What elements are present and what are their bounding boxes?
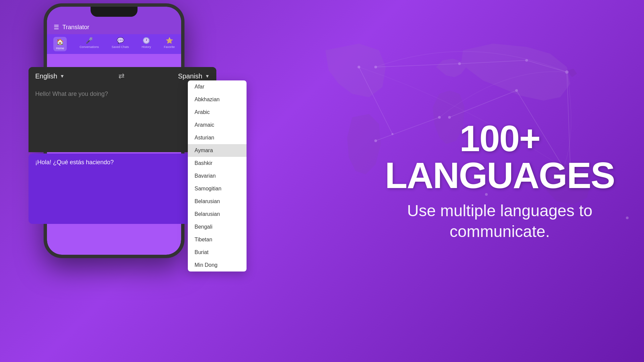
dropdown-item[interactable]: Belarusian bbox=[188, 195, 247, 208]
nav-conversations-label: Conversations bbox=[79, 45, 99, 49]
source-lang-dropdown-arrow: ▼ bbox=[60, 73, 65, 79]
svg-point-12 bbox=[448, 116, 451, 119]
svg-point-21 bbox=[626, 217, 629, 219]
svg-point-17 bbox=[374, 139, 377, 142]
history-icon: 🕐 bbox=[143, 37, 150, 44]
dropdown-item[interactable]: Afar bbox=[188, 80, 247, 93]
translated-text: ¡Hola! ¿Qué estás haciendo? bbox=[35, 159, 210, 166]
dropdown-item[interactable]: Bengali bbox=[188, 221, 247, 233]
right-panel: 100+ LANGUAGES Use multiple languages to… bbox=[382, 120, 617, 242]
source-lang-label: English bbox=[35, 72, 57, 80]
home-icon: 🏠 bbox=[56, 38, 64, 46]
conversations-icon: 🎤 bbox=[86, 37, 93, 44]
main-title: 100+ LANGUAGES bbox=[382, 120, 617, 194]
dropdown-item[interactable]: Abkhazian bbox=[188, 93, 247, 106]
nav-favorite: ⭐ Favorite bbox=[164, 37, 175, 51]
phone-title: Translator bbox=[62, 24, 89, 31]
dropdown-item[interactable]: Arabic bbox=[188, 106, 247, 119]
swap-languages-button[interactable]: ⇄ bbox=[118, 72, 124, 80]
nav-saved-label: Saved Chats bbox=[112, 45, 129, 49]
svg-point-13 bbox=[515, 89, 518, 92]
svg-point-9 bbox=[458, 62, 461, 65]
dropdown-item[interactable]: Samogitian bbox=[188, 182, 247, 195]
nav-conversations: 🎤 Conversations bbox=[79, 37, 99, 51]
menu-icon: ☰ bbox=[54, 23, 59, 31]
phone-nav: 🏠 Home 🎤 Conversations 💬 Saved Chats 🕐 H… bbox=[47, 34, 181, 54]
dropdown-item[interactable]: Tibetan bbox=[188, 233, 247, 246]
dropdown-item[interactable]: Aramaic bbox=[188, 119, 247, 131]
nav-saved: 💬 Saved Chats bbox=[112, 37, 129, 51]
nav-history: 🕐 History bbox=[142, 37, 151, 51]
dropdown-item[interactable]: Belarusian bbox=[188, 208, 247, 221]
target-lang-selector[interactable]: Spanish ▼ bbox=[178, 72, 210, 80]
saved-icon: 💬 bbox=[117, 37, 124, 44]
nav-history-label: History bbox=[142, 45, 151, 49]
favorite-icon: ⭐ bbox=[166, 37, 173, 44]
source-lang-selector[interactable]: English ▼ bbox=[35, 72, 64, 80]
nav-favorite-label: Favorite bbox=[164, 45, 175, 49]
sub-title: Use multiple languages to communicate. bbox=[382, 200, 617, 242]
phone-notch bbox=[91, 7, 138, 17]
language-dropdown[interactable]: AfarAbkhazianArabicAramaicAsturianAymara… bbox=[188, 80, 247, 272]
input-text: Hello! What are you doing? bbox=[35, 90, 108, 97]
dropdown-item[interactable]: Buriat bbox=[188, 246, 247, 259]
dropdown-item[interactable]: Bashkir bbox=[188, 157, 247, 170]
target-lang-dropdown-arrow: ▼ bbox=[205, 73, 210, 79]
dropdown-item[interactable]: Asturian bbox=[188, 131, 247, 144]
dropdown-item[interactable]: Min Dong bbox=[188, 259, 247, 272]
dropdown-item[interactable]: Aymara bbox=[188, 144, 247, 157]
nav-home: 🏠 Home bbox=[53, 37, 67, 51]
nav-home-label: Home bbox=[56, 47, 64, 50]
target-lang-label: Spanish bbox=[178, 72, 202, 80]
dropdown-item[interactable]: Bavarian bbox=[188, 170, 247, 182]
